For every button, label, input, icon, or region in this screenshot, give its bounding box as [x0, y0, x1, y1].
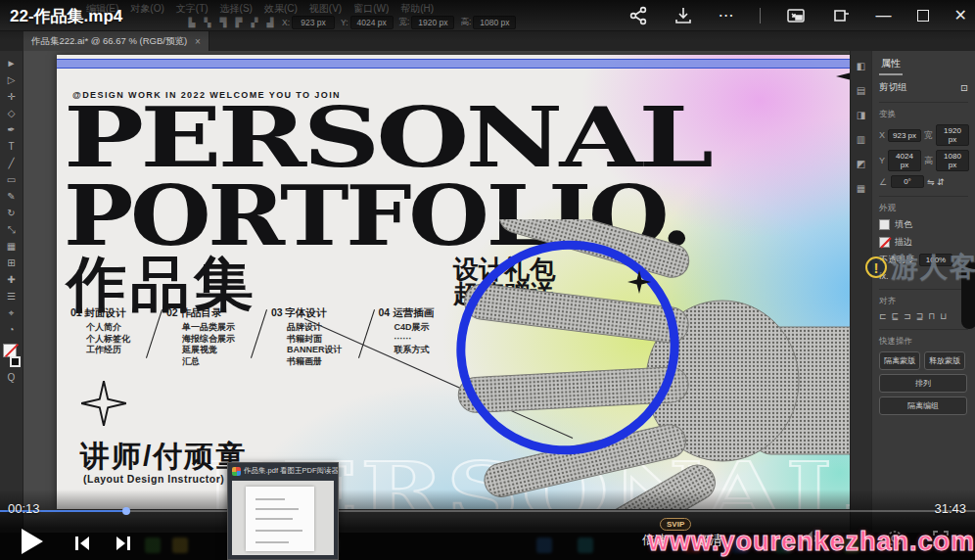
- column-divider: [146, 309, 162, 358]
- angle-field[interactable]: 0°: [891, 175, 924, 188]
- pencil-tool[interactable]: ✎: [4, 190, 20, 203]
- align-buttons[interactable]: ⊏⊑⊐⊒⊓⊔: [879, 311, 968, 321]
- more-icon[interactable]: ⋯: [719, 6, 734, 25]
- selected-object-strip[interactable]: [57, 59, 856, 69]
- poster-instructor: 讲师/付顽童: [80, 437, 247, 477]
- scale-tool[interactable]: ⤡: [4, 223, 20, 236]
- previous-button[interactable]: [72, 534, 92, 553]
- prop-y-field[interactable]: 4024 px: [888, 150, 921, 171]
- stroke-label: 描边: [895, 236, 912, 249]
- divider: [760, 8, 761, 23]
- type-tool[interactable]: T: [4, 140, 20, 153]
- properties-panel: 属性 剪切组 ⊡ 变换 X 923 px 宽 1920 px Y 4024 px…: [871, 51, 975, 560]
- grid-tool[interactable]: ⊞: [4, 257, 20, 269]
- site-watermark: ! 游人客栈: [865, 249, 975, 286]
- pen-tool[interactable]: ✒: [4, 123, 20, 136]
- selection-icon: ⊡: [960, 82, 968, 93]
- stroke-swatch[interactable]: [10, 356, 21, 367]
- quick-actions-label: 快速操作: [879, 329, 968, 348]
- align-section-label: 对齐: [879, 289, 968, 307]
- prop-h-label: 高: [924, 155, 933, 167]
- release-mask-button[interactable]: 释放蒙版: [924, 351, 965, 370]
- rectangle-tool[interactable]: ▭: [4, 173, 20, 186]
- fill-swatch[interactable]: [879, 219, 890, 230]
- close-icon[interactable]: ✕: [954, 6, 967, 25]
- asset-panel-icon[interactable]: ▦: [857, 183, 865, 194]
- hand-tool[interactable]: ⌖: [4, 306, 20, 319]
- mesh-tool[interactable]: ▦: [4, 240, 20, 253]
- arrange-button[interactable]: 排列: [879, 374, 967, 393]
- magic-wand-tool[interactable]: ✛: [4, 90, 20, 103]
- isolate-mask-button[interactable]: 隔离蒙版: [879, 351, 920, 370]
- poster-column-3: 03 字体设计 品牌设计 书籍封面 BANNER设计 书籍画册: [271, 306, 343, 367]
- prop-h-field[interactable]: 1080 px: [936, 150, 969, 171]
- transform-section-label: 变换: [879, 102, 968, 120]
- direct-selection-tool[interactable]: ▷: [4, 73, 20, 86]
- fill-label: 填色: [895, 218, 912, 231]
- panel-dock: ◧ ▤ ◨ ▥ ◩ ▦: [850, 51, 871, 560]
- mini-player-icon[interactable]: [831, 6, 851, 25]
- fill-stroke-swatches[interactable]: [3, 344, 21, 367]
- column-divider: [358, 309, 375, 358]
- line-tool[interactable]: ╱: [4, 157, 20, 169]
- poster-artboard[interactable]: @DESIGN WORK IN 2022 WELCOME YOU TO JOIN…: [57, 55, 856, 509]
- prop-w-label: 宽: [924, 129, 933, 142]
- url-watermark: www.yourenkezhan.com: [294, 527, 975, 557]
- selection-type: 剪切组: [879, 81, 907, 94]
- prop-w-field[interactable]: 1920 px: [936, 124, 969, 146]
- stroke-none-swatch[interactable]: [879, 237, 890, 248]
- picture-in-picture-icon[interactable]: [786, 6, 806, 25]
- share-icon[interactable]: [628, 6, 648, 25]
- poster-title-line1: PERSONAL: [64, 100, 710, 175]
- poster-columns: 01 封面设计 个人简介 个人标签化 工作经历 02 作品目录 单一品类展示 海…: [70, 306, 457, 367]
- appearance-section-label: 外观: [879, 196, 968, 214]
- angle-icon: ∠: [879, 177, 888, 187]
- poster-instructor-en: (Layout Design Instructor): [83, 473, 224, 485]
- total-duration: 31:43: [934, 501, 966, 516]
- poster-column-1: 01 封面设计 个人简介 个人标签化 工作经历: [70, 306, 130, 367]
- video-title: 22-作品集.mp4: [10, 5, 122, 27]
- play-button[interactable]: [22, 529, 43, 554]
- minimize-icon[interactable]: —: [876, 6, 892, 25]
- lasso-tool[interactable]: ◇: [4, 107, 20, 119]
- draw-mode-icon[interactable]: Q: [4, 371, 20, 384]
- player-top-overlay: 22-作品集.mp4 ⋯ — ✕: [0, 0, 975, 41]
- flip-icons[interactable]: ⇋ ⇵: [927, 177, 945, 187]
- next-button[interactable]: [114, 534, 133, 553]
- color-panel-icon[interactable]: ◧: [857, 61, 865, 71]
- rotate-tool[interactable]: ↻: [4, 207, 20, 219]
- prop-y-label: Y: [879, 156, 885, 165]
- pdf-reader-icon: [232, 467, 241, 476]
- progress-bar[interactable]: [0, 510, 975, 512]
- tools-panel: ► ▷ ✛ ◇ ✒ T ╱ ▭ ✎ ↻ ⤡ ▦ ⊞ ✚ ☰ ⌖ ◔ Q: [0, 51, 23, 560]
- download-icon[interactable]: [673, 6, 693, 25]
- symbols-panel-icon[interactable]: ▥: [857, 134, 865, 145]
- isolate-group-button[interactable]: 隔离编组: [879, 397, 967, 415]
- star-icon: [627, 270, 651, 294]
- swatches-panel-icon[interactable]: ▤: [857, 85, 865, 96]
- poster-column-4: 04 运营插画 C4D展示 ······ 联系方式: [379, 306, 435, 367]
- exclamation-icon: !: [865, 257, 887, 278]
- prop-x-field[interactable]: 923 px: [888, 129, 921, 142]
- canvas-area[interactable]: @DESIGN WORK IN 2022 WELCOME YOU TO JOIN…: [23, 51, 850, 560]
- video-player-window: 编辑(E) 对象(O) 文字(T) 选择(S) 效果(C) 视图(V) 窗口(W…: [0, 0, 975, 560]
- zoom-tool[interactable]: ◔: [4, 323, 20, 336]
- star-outline-icon: [80, 380, 127, 427]
- prop-x-label: X: [879, 130, 885, 140]
- brushes-panel-icon[interactable]: ◨: [857, 110, 865, 120]
- fill-none-swatch[interactable]: [3, 344, 17, 357]
- elapsed-time: 00:13: [8, 501, 40, 516]
- site-watermark-text: 游人客栈: [891, 249, 975, 286]
- poster-column-2: 02 作品目录 单一品类展示 海报综合展示 延展视觉 汇总: [166, 306, 235, 367]
- shape-builder-tool[interactable]: ✚: [4, 273, 20, 286]
- popup-title: 作品集.pdf 看图王PDF阅读器: [244, 466, 338, 476]
- selection-tool[interactable]: ►: [4, 57, 20, 70]
- column-divider: [251, 309, 267, 358]
- artboard-tool[interactable]: ☰: [4, 290, 20, 303]
- layers-panel-icon[interactable]: ◩: [857, 159, 865, 169]
- maximize-icon[interactable]: [917, 10, 929, 22]
- tab-properties[interactable]: 属性: [879, 55, 903, 75]
